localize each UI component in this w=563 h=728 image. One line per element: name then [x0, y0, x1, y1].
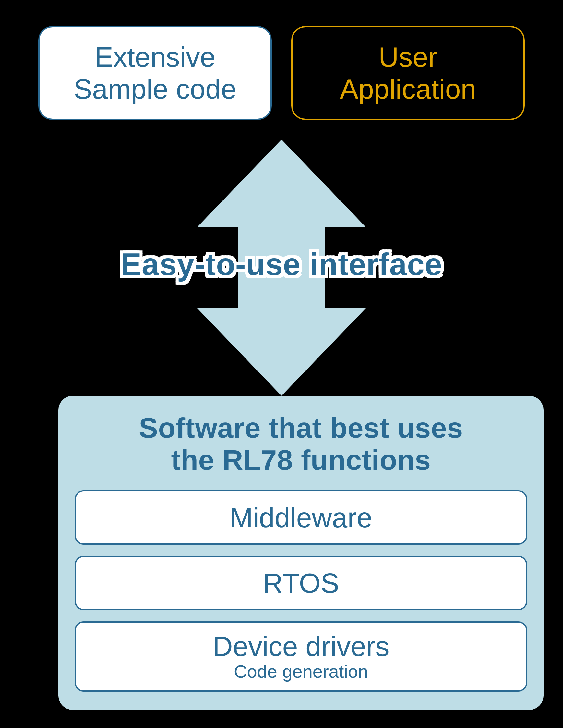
device-drivers-box: Device drivers Code generation — [75, 621, 527, 692]
rtos-box: RTOS — [75, 556, 527, 610]
software-panel: Software that best uses the RL78 functio… — [58, 396, 544, 710]
sample-line-1: Extensive — [95, 41, 216, 73]
device-drivers-subtitle: Code generation — [234, 662, 368, 681]
interface-label: Easy-to-use interface — [121, 247, 442, 282]
software-stack: Middleware RTOS Device drivers Code gene… — [75, 490, 527, 692]
user-line-1: User — [378, 41, 437, 73]
software-heading-line-2: the RL78 functions — [171, 444, 431, 476]
user-application-box: User Application — [291, 26, 525, 120]
software-heading-line-1: Software that best uses — [139, 412, 463, 444]
software-heading: Software that best uses the RL78 functio… — [75, 412, 527, 476]
extensive-sample-code-box: Extensive Sample code — [38, 26, 272, 120]
software-stack-diagram: Extensive Sample code User Application E… — [0, 0, 563, 728]
device-drivers-title: Device drivers — [213, 632, 389, 661]
rtos-label: RTOS — [263, 568, 339, 598]
sample-line-2: Sample code — [74, 73, 237, 105]
user-line-2: Application — [340, 73, 476, 105]
middleware-box: Middleware — [75, 490, 527, 545]
middleware-label: Middleware — [230, 503, 372, 532]
top-row: Extensive Sample code User Application — [0, 26, 563, 120]
